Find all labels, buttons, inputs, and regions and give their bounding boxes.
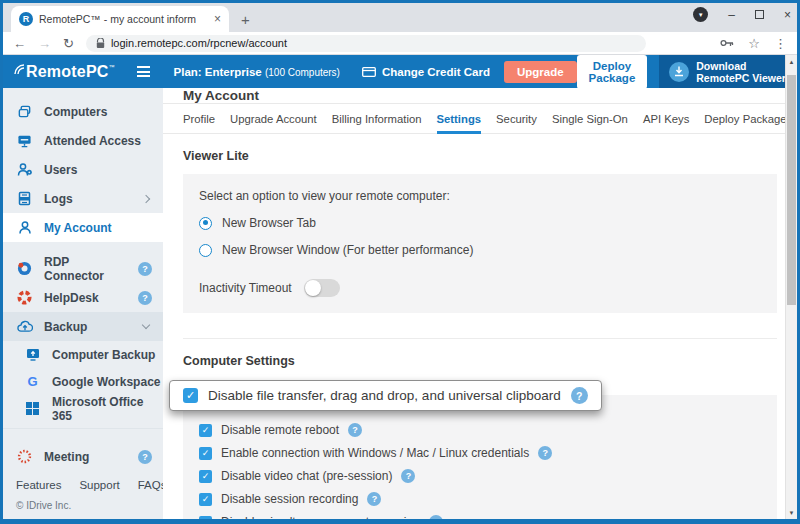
help-icon[interactable]: ? — [138, 291, 152, 305]
sidebar-item-computers[interactable]: Computers — [3, 97, 163, 126]
select-option-label: Select an option to view your remote com… — [199, 189, 761, 203]
users-icon — [16, 162, 33, 177]
tab-api-keys[interactable]: API Keys — [643, 104, 689, 134]
scrollbar-thumb[interactable] — [787, 75, 796, 305]
support-link[interactable]: Support — [70, 479, 128, 491]
app-header: RemotePC ™ Plan: Enterprise (100 Compute… — [3, 55, 785, 88]
url-bar[interactable]: login.remotepc.com/rpcnew/account — [86, 35, 646, 52]
sidebar-item-label: Users — [44, 163, 77, 177]
page-scrollbar[interactable]: ▲ ▼ — [785, 55, 797, 519]
forward-icon[interactable]: → — [38, 36, 51, 51]
my-account-icon — [16, 220, 33, 235]
minimize-button[interactable]: – — [728, 9, 735, 21]
browser-window: R RemotePC™ - my account inform × + ▼ – … — [0, 0, 800, 524]
checkbox-checked[interactable]: ✓ — [199, 493, 212, 506]
sidebar-item-users[interactable]: Users — [3, 155, 163, 184]
sidebar-item-my-account[interactable]: My Account — [3, 213, 163, 242]
scroll-down-icon[interactable]: ▼ — [786, 506, 797, 519]
new-tab-button[interactable]: + — [241, 11, 250, 32]
profile-chevron-icon[interactable]: ▼ — [693, 7, 708, 22]
sidebar-item-label: Logs — [44, 192, 73, 206]
copyright: © IDrive Inc. — [16, 500, 163, 511]
help-icon[interactable]: ? — [138, 262, 152, 276]
check-icon: ✓ — [202, 517, 210, 519]
sidebar-item-rdp-connector[interactable]: RDP Connector ? — [3, 254, 163, 283]
tab-deploy-package[interactable]: Deploy Package — [704, 104, 785, 134]
url-text: login.remotepc.com/rpcnew/account — [111, 37, 287, 49]
sidebar-item-attended-access[interactable]: Attended Access — [3, 126, 163, 155]
menu-hamburger-icon[interactable] — [137, 66, 150, 77]
setting-row-disable-session-recording: ✓ Disable session recording ? — [199, 492, 761, 506]
key-icon[interactable] — [720, 38, 734, 48]
sidebar-item-computer-backup[interactable]: Computer Backup — [3, 341, 163, 368]
sidebar-item-backup[interactable]: Backup — [3, 312, 163, 341]
page-title: My Account — [163, 88, 785, 104]
setting-row-disable-simultaneous-session: ✓ Disable simultaneous remote session ? — [199, 515, 761, 519]
sidebar-item-label: Meeting — [44, 450, 89, 464]
sidebar-item-label: HelpDesk — [44, 291, 99, 305]
sidebar-item-meeting[interactable]: Meeting ? — [3, 442, 163, 471]
help-icon[interactable]: ? — [367, 492, 381, 506]
features-link[interactable]: Features — [16, 479, 70, 491]
checkbox-checked[interactable]: ✓ — [183, 388, 198, 403]
tab-billing-information[interactable]: Billing Information — [332, 104, 422, 134]
main-content: My Account Profile Upgrade Account Billi… — [163, 88, 785, 519]
radio-label: New Browser Window (For better performan… — [222, 243, 473, 257]
check-icon: ✓ — [186, 389, 195, 402]
inactivity-timeout-toggle[interactable] — [304, 279, 340, 297]
help-icon[interactable]: ? — [348, 423, 362, 437]
maximize-button[interactable] — [755, 10, 764, 19]
viewer-lite-panel: Select an option to view your remote com… — [183, 174, 777, 313]
browser-tabstrip: R RemotePC™ - my account inform × + ▼ – … — [3, 3, 797, 32]
checkbox-checked[interactable]: ✓ — [199, 447, 212, 460]
help-icon[interactable]: ? — [538, 446, 552, 460]
upgrade-button[interactable]: Upgrade — [504, 61, 577, 83]
sidebar-item-google-workspace[interactable]: G Google Workspace — [3, 368, 163, 395]
reload-icon[interactable]: ↻ — [63, 36, 74, 51]
browser-tab[interactable]: R RemotePC™ - my account inform × — [11, 6, 229, 32]
checkbox-checked[interactable]: ✓ — [199, 424, 212, 437]
setting-row-enable-os-credentials: ✓ Enable connection with Windows / Mac /… — [199, 446, 761, 460]
checkbox-checked[interactable]: ✓ — [199, 516, 212, 520]
bookmark-star-icon[interactable]: ☆ — [748, 36, 760, 51]
highlighted-setting-callout: ✓ Disable file transfer, drag and drop, … — [169, 380, 602, 411]
setting-label: Disable video chat (pre-session) — [221, 469, 392, 483]
setting-label: Disable remote reboot — [221, 423, 339, 437]
browser-menu-icon[interactable]: ⋮ — [774, 36, 787, 51]
help-icon[interactable]: ? — [401, 469, 415, 483]
tab-security[interactable]: Security — [496, 104, 537, 134]
sidebar-item-logs[interactable]: Logs — [3, 184, 163, 213]
radio-row-new-browser-tab: New Browser Tab — [199, 216, 761, 230]
radio-unselected[interactable] — [199, 244, 212, 257]
toggle-knob — [305, 280, 321, 296]
close-button[interactable]: × — [784, 9, 791, 21]
sidebar-item-helpdesk[interactable]: HelpDesk ? — [3, 283, 163, 312]
tab-settings[interactable]: Settings — [437, 104, 482, 134]
back-icon[interactable]: ← — [13, 36, 26, 51]
check-icon: ✓ — [202, 494, 210, 504]
browser-addressbar: ← → ↻ login.remotepc.com/rpcnew/account … — [3, 32, 797, 55]
backup-cloud-icon — [16, 320, 33, 333]
sidebar-footer: Features Support FAQs © IDrive Inc. — [3, 479, 163, 519]
help-icon[interactable]: ? — [429, 515, 443, 519]
tab-profile[interactable]: Profile — [183, 104, 215, 134]
help-icon[interactable]: ? — [571, 387, 588, 404]
tab-upgrade-account[interactable]: Upgrade Account — [230, 104, 317, 134]
sidebar-item-label: RDP Connector — [44, 255, 127, 283]
sidebar: Computers Attended Access Users Logs My … — [3, 88, 163, 519]
download-viewer-button[interactable]: DownloadRemotePC Viewer — [659, 55, 796, 88]
deploy-package-button[interactable]: Deploy Package — [577, 55, 648, 89]
change-credit-card-link[interactable]: Change Credit Card — [362, 66, 490, 78]
sidebar-item-microsoft-office-365[interactable]: Microsoft Office 365 — [3, 395, 163, 422]
tab-close-icon[interactable]: × — [214, 12, 221, 26]
scroll-up-icon[interactable]: ▲ — [786, 55, 797, 68]
account-tabs: Profile Upgrade Account Billing Informat… — [163, 104, 785, 134]
radio-selected[interactable] — [199, 217, 212, 230]
help-icon[interactable]: ? — [138, 450, 152, 464]
setting-row-disable-video-chat: ✓ Disable video chat (pre-session) ? — [199, 469, 761, 483]
section-divider — [183, 338, 777, 339]
checkbox-checked[interactable]: ✓ — [199, 470, 212, 483]
credit-card-icon — [362, 67, 376, 77]
tab-single-sign-on[interactable]: Single Sign-On — [552, 104, 628, 134]
remotepc-logo[interactable]: RemotePC ™ — [13, 63, 115, 81]
